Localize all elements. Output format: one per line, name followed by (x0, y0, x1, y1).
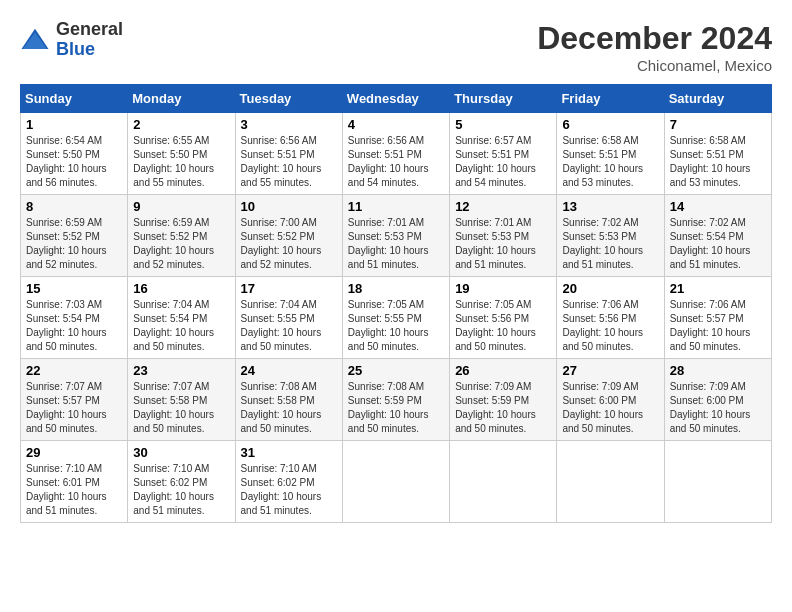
day-number: 7 (670, 117, 766, 132)
calendar-cell: 13 Sunrise: 7:02 AM Sunset: 5:53 PM Dayl… (557, 195, 664, 277)
day-number: 10 (241, 199, 337, 214)
day-number: 17 (241, 281, 337, 296)
day-number: 22 (26, 363, 122, 378)
calendar-header-row: SundayMondayTuesdayWednesdayThursdayFrid… (21, 85, 772, 113)
calendar-cell: 1 Sunrise: 6:54 AM Sunset: 5:50 PM Dayli… (21, 113, 128, 195)
day-number: 29 (26, 445, 122, 460)
calendar-cell: 23 Sunrise: 7:07 AM Sunset: 5:58 PM Dayl… (128, 359, 235, 441)
calendar-cell: 5 Sunrise: 6:57 AM Sunset: 5:51 PM Dayli… (450, 113, 557, 195)
day-number: 9 (133, 199, 229, 214)
day-info: Sunrise: 7:04 AM Sunset: 5:54 PM Dayligh… (133, 298, 229, 354)
calendar-cell: 4 Sunrise: 6:56 AM Sunset: 5:51 PM Dayli… (342, 113, 449, 195)
day-number: 14 (670, 199, 766, 214)
day-info: Sunrise: 7:02 AM Sunset: 5:53 PM Dayligh… (562, 216, 658, 272)
header-friday: Friday (557, 85, 664, 113)
calendar-week-5: 29 Sunrise: 7:10 AM Sunset: 6:01 PM Dayl… (21, 441, 772, 523)
header-saturday: Saturday (664, 85, 771, 113)
day-info: Sunrise: 7:01 AM Sunset: 5:53 PM Dayligh… (348, 216, 444, 272)
calendar-cell (557, 441, 664, 523)
calendar-cell: 20 Sunrise: 7:06 AM Sunset: 5:56 PM Dayl… (557, 277, 664, 359)
day-info: Sunrise: 7:10 AM Sunset: 6:01 PM Dayligh… (26, 462, 122, 518)
day-number: 28 (670, 363, 766, 378)
day-info: Sunrise: 6:58 AM Sunset: 5:51 PM Dayligh… (670, 134, 766, 190)
day-info: Sunrise: 7:07 AM Sunset: 5:57 PM Dayligh… (26, 380, 122, 436)
day-number: 31 (241, 445, 337, 460)
day-info: Sunrise: 7:03 AM Sunset: 5:54 PM Dayligh… (26, 298, 122, 354)
calendar-week-2: 8 Sunrise: 6:59 AM Sunset: 5:52 PM Dayli… (21, 195, 772, 277)
header: General Blue December 2024 Chiconamel, M… (20, 20, 772, 74)
day-info: Sunrise: 7:05 AM Sunset: 5:56 PM Dayligh… (455, 298, 551, 354)
header-wednesday: Wednesday (342, 85, 449, 113)
header-thursday: Thursday (450, 85, 557, 113)
day-number: 21 (670, 281, 766, 296)
day-info: Sunrise: 7:00 AM Sunset: 5:52 PM Dayligh… (241, 216, 337, 272)
month-title: December 2024 (537, 20, 772, 57)
svg-marker-1 (23, 32, 47, 49)
day-number: 8 (26, 199, 122, 214)
calendar-cell: 9 Sunrise: 6:59 AM Sunset: 5:52 PM Dayli… (128, 195, 235, 277)
day-number: 12 (455, 199, 551, 214)
calendar-cell: 27 Sunrise: 7:09 AM Sunset: 6:00 PM Dayl… (557, 359, 664, 441)
day-info: Sunrise: 7:04 AM Sunset: 5:55 PM Dayligh… (241, 298, 337, 354)
day-number: 19 (455, 281, 551, 296)
day-info: Sunrise: 6:59 AM Sunset: 5:52 PM Dayligh… (26, 216, 122, 272)
calendar-week-3: 15 Sunrise: 7:03 AM Sunset: 5:54 PM Dayl… (21, 277, 772, 359)
calendar-cell: 14 Sunrise: 7:02 AM Sunset: 5:54 PM Dayl… (664, 195, 771, 277)
logo-blue: Blue (56, 40, 123, 60)
day-number: 2 (133, 117, 229, 132)
calendar-cell: 21 Sunrise: 7:06 AM Sunset: 5:57 PM Dayl… (664, 277, 771, 359)
logo-general: General (56, 20, 123, 40)
day-info: Sunrise: 7:08 AM Sunset: 5:58 PM Dayligh… (241, 380, 337, 436)
day-number: 15 (26, 281, 122, 296)
calendar-cell: 17 Sunrise: 7:04 AM Sunset: 5:55 PM Dayl… (235, 277, 342, 359)
calendar-cell: 7 Sunrise: 6:58 AM Sunset: 5:51 PM Dayli… (664, 113, 771, 195)
calendar-cell: 22 Sunrise: 7:07 AM Sunset: 5:57 PM Dayl… (21, 359, 128, 441)
day-number: 1 (26, 117, 122, 132)
day-info: Sunrise: 7:09 AM Sunset: 5:59 PM Dayligh… (455, 380, 551, 436)
calendar-cell: 25 Sunrise: 7:08 AM Sunset: 5:59 PM Dayl… (342, 359, 449, 441)
day-number: 16 (133, 281, 229, 296)
calendar-cell: 24 Sunrise: 7:08 AM Sunset: 5:58 PM Dayl… (235, 359, 342, 441)
header-sunday: Sunday (21, 85, 128, 113)
calendar-cell: 28 Sunrise: 7:09 AM Sunset: 6:00 PM Dayl… (664, 359, 771, 441)
day-info: Sunrise: 6:56 AM Sunset: 5:51 PM Dayligh… (348, 134, 444, 190)
calendar-cell: 3 Sunrise: 6:56 AM Sunset: 5:51 PM Dayli… (235, 113, 342, 195)
day-number: 4 (348, 117, 444, 132)
day-info: Sunrise: 6:54 AM Sunset: 5:50 PM Dayligh… (26, 134, 122, 190)
day-info: Sunrise: 6:56 AM Sunset: 5:51 PM Dayligh… (241, 134, 337, 190)
calendar-cell: 12 Sunrise: 7:01 AM Sunset: 5:53 PM Dayl… (450, 195, 557, 277)
day-number: 6 (562, 117, 658, 132)
day-number: 30 (133, 445, 229, 460)
day-info: Sunrise: 7:10 AM Sunset: 6:02 PM Dayligh… (241, 462, 337, 518)
day-number: 13 (562, 199, 658, 214)
day-info: Sunrise: 6:59 AM Sunset: 5:52 PM Dayligh… (133, 216, 229, 272)
day-info: Sunrise: 7:01 AM Sunset: 5:53 PM Dayligh… (455, 216, 551, 272)
day-info: Sunrise: 6:57 AM Sunset: 5:51 PM Dayligh… (455, 134, 551, 190)
day-info: Sunrise: 7:09 AM Sunset: 6:00 PM Dayligh… (670, 380, 766, 436)
calendar-cell: 15 Sunrise: 7:03 AM Sunset: 5:54 PM Dayl… (21, 277, 128, 359)
logo: General Blue (20, 20, 123, 60)
day-info: Sunrise: 7:06 AM Sunset: 5:57 PM Dayligh… (670, 298, 766, 354)
day-number: 3 (241, 117, 337, 132)
day-number: 24 (241, 363, 337, 378)
logo-text: General Blue (56, 20, 123, 60)
location: Chiconamel, Mexico (537, 57, 772, 74)
day-number: 27 (562, 363, 658, 378)
day-number: 20 (562, 281, 658, 296)
day-number: 11 (348, 199, 444, 214)
calendar-cell: 16 Sunrise: 7:04 AM Sunset: 5:54 PM Dayl… (128, 277, 235, 359)
calendar-cell: 18 Sunrise: 7:05 AM Sunset: 5:55 PM Dayl… (342, 277, 449, 359)
calendar-week-1: 1 Sunrise: 6:54 AM Sunset: 5:50 PM Dayli… (21, 113, 772, 195)
calendar-cell (450, 441, 557, 523)
header-tuesday: Tuesday (235, 85, 342, 113)
calendar-cell: 29 Sunrise: 7:10 AM Sunset: 6:01 PM Dayl… (21, 441, 128, 523)
day-info: Sunrise: 7:08 AM Sunset: 5:59 PM Dayligh… (348, 380, 444, 436)
calendar-cell: 26 Sunrise: 7:09 AM Sunset: 5:59 PM Dayl… (450, 359, 557, 441)
day-info: Sunrise: 6:58 AM Sunset: 5:51 PM Dayligh… (562, 134, 658, 190)
day-number: 5 (455, 117, 551, 132)
header-monday: Monday (128, 85, 235, 113)
calendar-cell (664, 441, 771, 523)
calendar-cell: 19 Sunrise: 7:05 AM Sunset: 5:56 PM Dayl… (450, 277, 557, 359)
calendar-cell: 30 Sunrise: 7:10 AM Sunset: 6:02 PM Dayl… (128, 441, 235, 523)
day-number: 23 (133, 363, 229, 378)
